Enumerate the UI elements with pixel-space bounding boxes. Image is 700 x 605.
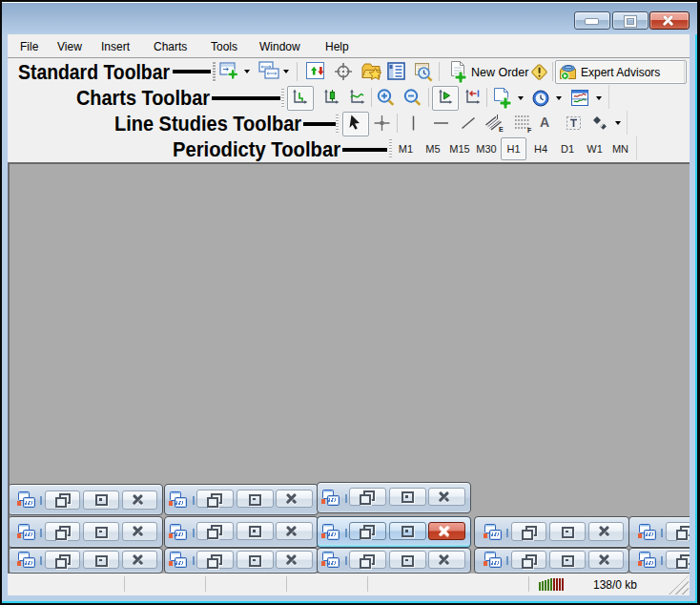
svg-text:F: F [527, 127, 532, 134]
svg-text:E: E [499, 126, 504, 133]
